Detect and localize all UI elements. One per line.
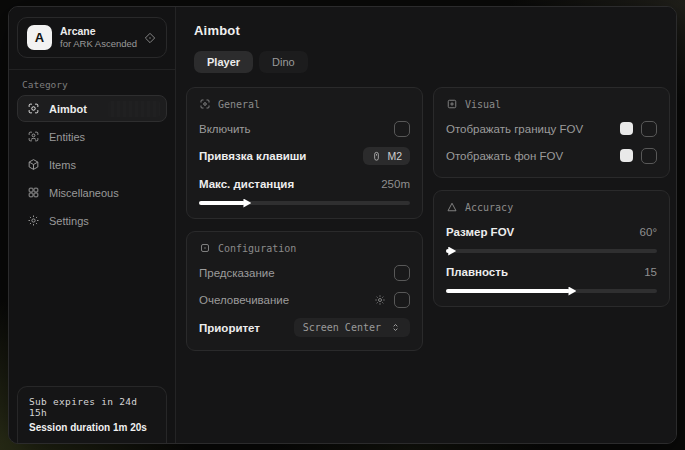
sidebar-item-settings[interactable]: Settings [17, 207, 167, 234]
triangle-icon [446, 201, 458, 213]
app-subtitle: for ARK Ascended [60, 38, 135, 50]
smoothness-slider-fill [446, 289, 570, 293]
visual-card: Visual Отображать границу FOV Отображать… [433, 87, 670, 178]
app-name: Arcane [60, 25, 135, 38]
fov-border-controls [620, 121, 657, 137]
humanize-checkbox[interactable] [394, 292, 410, 308]
enable-checkbox[interactable] [394, 121, 410, 137]
square-plus-icon [446, 98, 458, 110]
fov-background-label: Отображать фон FOV [446, 150, 563, 162]
app-brand-card: A Arcane for ARK Ascended [17, 17, 167, 58]
sidebar-item-entities[interactable]: Entities [17, 123, 167, 150]
chevrons-up-down-icon [390, 322, 401, 333]
category-label: Category [9, 70, 175, 95]
prediction-row: Предсказание [199, 264, 410, 281]
prediction-label: Предсказание [199, 267, 275, 279]
card-title: General [218, 99, 260, 110]
fov-size-slider-fill [446, 249, 450, 253]
keybind-button[interactable]: M2 [363, 147, 410, 165]
ghost-decoration [108, 101, 160, 117]
fov-border-row: Отображать границу FOV [446, 120, 657, 137]
card-title: Visual [465, 99, 501, 110]
main-header: Aimbot Player Dino [176, 7, 677, 73]
mouse-icon [371, 151, 382, 162]
priority-selected-value: Screen Center [303, 322, 381, 333]
app-logo: A [27, 25, 52, 50]
smoothness-slider-thumb[interactable] [568, 287, 576, 296]
accuracy-card-header: Accuracy [446, 201, 657, 213]
smoothness-label: Плавность [446, 266, 508, 278]
settings-columns: General Включить Привязка клавиши [176, 73, 677, 351]
priority-row: Приоритет Screen Center [199, 318, 410, 337]
gear-icon [27, 214, 40, 227]
fov-background-checkbox[interactable] [641, 148, 657, 164]
distance-slider[interactable] [199, 201, 410, 205]
enable-label: Включить [199, 123, 251, 135]
priority-label: Приоритет [199, 322, 260, 334]
component-icon [199, 242, 211, 254]
sidebar-item-items[interactable]: Items [17, 151, 167, 178]
sub-expires-text: Sub expires in 24d 15h [29, 396, 155, 418]
sidebar-item-miscellaneous[interactable]: Miscellaneous [17, 179, 167, 206]
sidebar-item-label: Items [49, 159, 76, 171]
accuracy-card: Accuracy Размер FOV 60° Плавность 15 [433, 190, 670, 307]
priority-dropdown[interactable]: Screen Center [294, 318, 410, 337]
tab-dino[interactable]: Dino [259, 51, 308, 73]
visual-card-header: Visual [446, 98, 657, 110]
distance-slider-fill [199, 201, 245, 205]
user-scan-icon [27, 130, 40, 143]
tab-bar: Player Dino [194, 51, 662, 73]
grid-icon [27, 186, 40, 199]
fov-size-slider-thumb[interactable] [448, 247, 456, 256]
general-card: General Включить Привязка клавиши [186, 87, 423, 219]
distance-row: Макс. дистанция 250m [199, 175, 410, 192]
keybind-label: Привязка клавиши [199, 150, 306, 162]
left-column: General Включить Привязка клавиши [186, 87, 423, 351]
tab-player[interactable]: Player [194, 51, 253, 73]
fov-size-value: 60° [640, 226, 657, 238]
fov-background-color-swatch[interactable] [620, 149, 633, 162]
fov-background-controls [620, 148, 657, 164]
gear-icon[interactable] [374, 294, 386, 306]
keybind-value: M2 [387, 150, 402, 162]
page-title: Aimbot [194, 23, 662, 38]
card-title: Accuracy [465, 202, 513, 213]
enable-row: Включить [199, 120, 410, 137]
humanize-controls [374, 292, 410, 308]
distance-slider-thumb[interactable] [243, 199, 251, 208]
focus-icon [199, 98, 211, 110]
package-icon [27, 158, 40, 171]
fov-size-slider[interactable] [446, 249, 657, 253]
sidebar-item-label: Settings [49, 215, 89, 227]
diamond-target-icon[interactable] [143, 31, 157, 45]
crosshair-scan-icon [27, 102, 40, 115]
humanize-row: Очеловечивание [199, 291, 410, 308]
subscription-info-card: Sub expires in 24d 15h Session duration … [17, 386, 167, 443]
configuration-card: Configuration Предсказание Очеловечивани… [186, 231, 423, 351]
right-column: Visual Отображать границу FOV Отображать… [433, 87, 670, 307]
smoothness-row: Плавность 15 [446, 263, 657, 280]
fov-size-label: Размер FOV [446, 226, 514, 238]
configuration-card-header: Configuration [199, 242, 410, 254]
smoothness-value: 15 [644, 266, 657, 278]
sidebar-item-label: Entities [49, 131, 85, 143]
distance-label: Макс. дистанция [199, 178, 294, 190]
app-window: A Arcane for ARK Ascended Category [8, 6, 677, 444]
fov-border-label: Отображать границу FOV [446, 123, 583, 135]
fov-background-row: Отображать фон FOV [446, 147, 657, 164]
sidebar-item-label: Miscellaneous [49, 187, 119, 199]
general-card-header: General [199, 98, 410, 110]
fov-border-color-swatch[interactable] [620, 122, 633, 135]
prediction-checkbox[interactable] [394, 265, 410, 281]
distance-value: 250m [381, 178, 410, 190]
session-duration-text: Session duration 1m 20s [29, 422, 155, 433]
card-title: Configuration [218, 243, 296, 254]
fov-size-row: Размер FOV 60° [446, 223, 657, 240]
humanize-label: Очеловечивание [199, 294, 289, 306]
app-title-block: Arcane for ARK Ascended [60, 25, 135, 50]
fov-border-checkbox[interactable] [641, 121, 657, 137]
main-content: Aimbot Player Dino Gen [176, 7, 677, 443]
sidebar-item-aimbot[interactable]: Aimbot [17, 95, 167, 122]
smoothness-slider[interactable] [446, 289, 657, 293]
sidebar: A Arcane for ARK Ascended Category [9, 7, 176, 443]
